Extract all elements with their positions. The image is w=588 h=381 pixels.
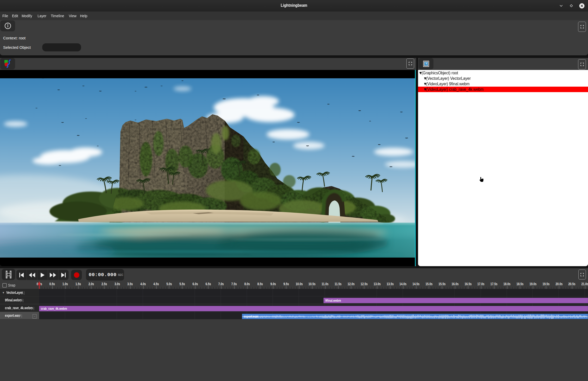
svg-text:?: ? — [425, 62, 427, 66]
